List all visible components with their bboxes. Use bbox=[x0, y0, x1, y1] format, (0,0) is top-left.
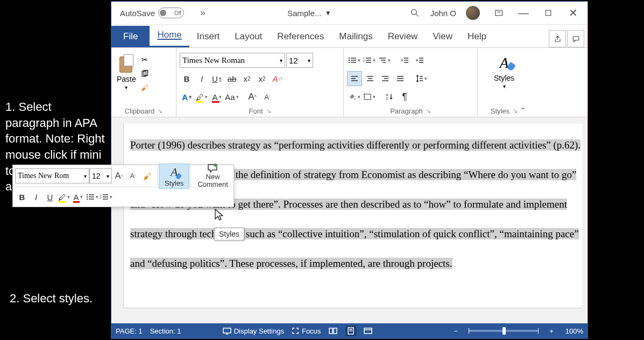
mt-bullets[interactable] bbox=[85, 187, 99, 207]
bullets-button[interactable] bbox=[347, 53, 361, 67]
dropdown-icon: ▾ bbox=[326, 8, 330, 18]
mt-font-name-value: Times New Rom bbox=[18, 172, 84, 180]
multilevel-button[interactable] bbox=[377, 53, 391, 67]
autosave-toggle[interactable]: AutoSave Off bbox=[115, 8, 189, 18]
svg-point-7 bbox=[348, 58, 349, 59]
chevron-down-icon: ▾ bbox=[503, 83, 506, 89]
mt-font-color[interactable]: A bbox=[71, 187, 85, 207]
section-indicator[interactable]: Section: 1 bbox=[150, 327, 181, 335]
share-button[interactable] bbox=[549, 30, 566, 47]
document-area: Porter (1996) describes strategy as “per… bbox=[111, 117, 588, 323]
italic-button[interactable]: I bbox=[195, 72, 209, 86]
comments-button[interactable] bbox=[567, 30, 584, 47]
minimize-button[interactable]: — bbox=[512, 2, 535, 24]
grow-font-button[interactable]: A^ bbox=[245, 90, 259, 104]
increase-indent-button[interactable] bbox=[413, 53, 427, 67]
subscript-button[interactable]: x2 bbox=[240, 72, 254, 86]
zoom-level[interactable]: 100% bbox=[565, 327, 583, 335]
maximize-button[interactable] bbox=[537, 2, 560, 24]
font-size-combo[interactable]: 12▾ bbox=[286, 53, 313, 68]
page-indicator[interactable]: PAGE: 1 bbox=[116, 327, 143, 335]
zoom-slider[interactable] bbox=[469, 330, 539, 332]
styles-tooltip: Styles bbox=[214, 228, 244, 240]
document-title[interactable]: Sample... ▾ bbox=[280, 8, 337, 18]
read-mode-icon[interactable] bbox=[328, 327, 338, 335]
zoom-in-button[interactable]: + bbox=[549, 327, 554, 335]
mt-italic[interactable]: I bbox=[29, 187, 43, 207]
font-color-button[interactable]: A bbox=[210, 90, 224, 104]
group-font: Times New Roman▾ 12▾ B I U ab x2 x2 A◇ bbox=[176, 48, 344, 117]
styles-button[interactable]: A Styles ▾ bbox=[481, 50, 527, 105]
svg-line-1 bbox=[416, 14, 418, 16]
show-marks-button[interactable]: ¶ bbox=[398, 90, 412, 104]
align-right-button[interactable] bbox=[378, 72, 392, 86]
display-settings-button[interactable]: Display Settings bbox=[223, 327, 284, 335]
dialog-launcher-icon[interactable]: ↘ bbox=[513, 108, 518, 115]
copy-icon[interactable] bbox=[139, 68, 150, 79]
mt-new-comment-button[interactable]: NewComment bbox=[192, 162, 233, 190]
tab-insert[interactable]: Insert bbox=[189, 26, 228, 47]
change-case-button[interactable]: Aa bbox=[225, 90, 239, 104]
clear-formatting-button[interactable]: A◇ bbox=[270, 72, 284, 86]
mt-bold[interactable]: B bbox=[15, 187, 29, 207]
display-settings-label: Display Settings bbox=[234, 327, 284, 335]
underline-button[interactable]: U bbox=[210, 72, 224, 86]
svg-rect-45 bbox=[223, 328, 231, 333]
format-painter-icon[interactable]: 🖌 bbox=[139, 82, 150, 93]
web-layout-icon[interactable] bbox=[364, 327, 372, 335]
user-avatar[interactable] bbox=[466, 6, 480, 20]
font-name-combo[interactable]: Times New Roman▾ bbox=[180, 53, 285, 68]
borders-button[interactable] bbox=[362, 90, 376, 104]
tab-mailings[interactable]: Mailings bbox=[331, 26, 380, 47]
mt-underline[interactable]: U bbox=[43, 187, 57, 207]
mt-highlight[interactable]: 🖊 bbox=[57, 187, 71, 207]
mt-styles-button[interactable]: A Styles bbox=[159, 164, 189, 189]
dialog-launcher-icon[interactable]: ↘ bbox=[426, 108, 431, 115]
titlebar: AutoSave Off » Sample... ▾ John O — ✕ bbox=[111, 2, 588, 25]
mt-numbering[interactable]: 12 bbox=[99, 187, 113, 207]
line-spacing-button[interactable] bbox=[414, 72, 428, 86]
tab-review[interactable]: Review bbox=[380, 26, 426, 47]
username[interactable]: John O bbox=[428, 9, 458, 18]
mt-font-size[interactable]: 12▾ bbox=[89, 168, 112, 183]
paste-button[interactable]: Paste ▾ bbox=[115, 52, 138, 91]
text-effects-button[interactable]: A bbox=[180, 90, 194, 104]
shrink-font-button[interactable]: Aˇ bbox=[260, 90, 274, 104]
mt-font-name[interactable]: Times New Rom▾ bbox=[15, 168, 89, 183]
tab-file[interactable]: File bbox=[111, 26, 150, 47]
mt-grow-font[interactable]: A^ bbox=[112, 166, 126, 186]
focus-label: Focus bbox=[302, 327, 321, 335]
tab-view[interactable]: View bbox=[425, 26, 460, 47]
close-button[interactable]: ✕ bbox=[562, 2, 584, 24]
zoom-out-button[interactable]: − bbox=[454, 327, 458, 335]
mt-shrink-font[interactable]: Aˇ bbox=[126, 166, 140, 186]
svg-point-8 bbox=[348, 60, 349, 61]
align-center-button[interactable] bbox=[363, 72, 377, 86]
dialog-launcher-icon[interactable]: ↘ bbox=[266, 108, 271, 115]
tab-references[interactable]: References bbox=[270, 26, 331, 47]
document-page[interactable]: Porter (1996) describes strategy as “per… bbox=[123, 124, 582, 308]
tab-home[interactable]: Home bbox=[150, 24, 189, 47]
print-layout-icon[interactable] bbox=[345, 325, 356, 336]
search-icon[interactable] bbox=[404, 2, 426, 24]
tab-help[interactable]: Help bbox=[460, 26, 494, 47]
cut-icon[interactable]: ✂ bbox=[139, 54, 150, 65]
strikethrough-button[interactable]: ab bbox=[225, 72, 239, 86]
highlight-button[interactable]: 🖊 bbox=[195, 90, 209, 104]
superscript-button[interactable]: x2 bbox=[255, 72, 269, 86]
quick-access-overflow[interactable]: » bbox=[192, 2, 214, 24]
mt-format-painter[interactable]: 🖌 bbox=[140, 166, 154, 186]
tab-layout[interactable]: Layout bbox=[227, 26, 270, 47]
svg-point-56 bbox=[86, 199, 87, 200]
decrease-indent-button[interactable] bbox=[398, 53, 412, 67]
focus-button[interactable]: Focus bbox=[292, 327, 321, 335]
ribbon-display-icon[interactable] bbox=[487, 2, 510, 24]
dialog-launcher-icon[interactable]: ↘ bbox=[158, 108, 162, 115]
shading-button[interactable] bbox=[347, 90, 361, 104]
collapse-ribbon-icon[interactable]: ⌃ bbox=[520, 106, 526, 115]
sort-button[interactable]: AZ bbox=[383, 90, 397, 104]
bold-button[interactable]: B bbox=[180, 72, 194, 86]
justify-button[interactable] bbox=[393, 72, 407, 86]
align-left-button[interactable] bbox=[347, 71, 362, 86]
numbering-button[interactable]: 12 bbox=[362, 53, 376, 67]
